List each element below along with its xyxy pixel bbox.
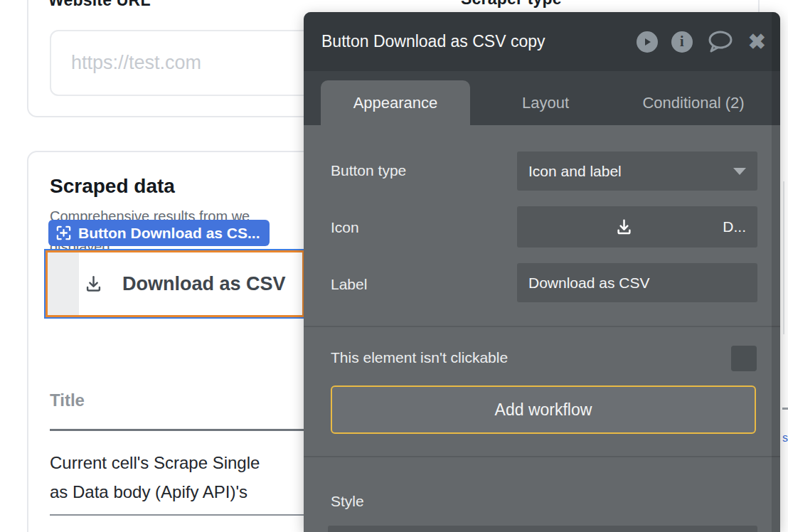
page-sliver-border [783, 181, 784, 334]
icon-picker-field[interactable]: D... [517, 206, 757, 248]
selected-element-badge[interactable]: Button Download as CS... [48, 220, 270, 246]
style-dropdown[interactable] [328, 526, 757, 532]
table-cell: Current cell's Scrape Single as Data bod… [50, 448, 260, 506]
scraped-data-title: Scraped data [50, 175, 175, 198]
section-divider [304, 326, 780, 327]
page-sliver-link-fragment: s [782, 432, 788, 443]
canvas-button-label: Download as CSV [122, 273, 286, 295]
label-input-value: Download as CSV [528, 275, 649, 292]
section-divider [304, 456, 780, 457]
table-row-divider [50, 514, 306, 516]
button-type-dropdown[interactable]: Icon and label [517, 151, 757, 191]
download-icon [614, 217, 634, 238]
clickable-checkbox[interactable] [731, 346, 757, 371]
preview-play-icon[interactable] [637, 31, 658, 53]
info-icon[interactable]: i [671, 31, 693, 53]
comment-bubble-icon[interactable] [706, 30, 735, 54]
table-column-header: Title [50, 390, 85, 410]
select-plus-icon [55, 225, 72, 241]
panel-scrollbar[interactable] [772, 12, 780, 532]
scraper-type-label: Scraper type [461, 0, 562, 9]
canvas-download-button[interactable]: Download as CSV [44, 249, 306, 319]
style-section-label: Style [331, 493, 364, 510]
chevron-down-icon [733, 168, 746, 175]
download-icon [82, 273, 105, 295]
website-url-input[interactable] [50, 30, 334, 96]
label-input[interactable]: Download as CSV [517, 263, 757, 302]
button-type-label: Button type [331, 162, 406, 179]
table-cell-line1: Current cell's Scrape Single [50, 448, 260, 477]
table-cell-line2: as Data body (Apify API)'s [50, 477, 260, 506]
table-header-divider [50, 429, 306, 431]
tab-conditional[interactable]: Conditional (2) [619, 80, 768, 125]
tab-layout[interactable]: Layout [503, 80, 588, 125]
add-workflow-button[interactable]: Add workflow [331, 385, 756, 434]
selected-element-badge-label: Button Download as CS... [78, 225, 260, 242]
button-left-strip [48, 252, 79, 315]
button-type-value: Icon and label [528, 163, 622, 180]
label-field-label: Label [331, 276, 367, 293]
close-icon[interactable]: ✖ [748, 31, 766, 53]
icon-label: Icon [331, 219, 359, 236]
panel-tabbar: Appearance Layout Conditional (2) [304, 71, 780, 125]
page-sliver-tick [782, 408, 788, 410]
property-editor-panel: Button Download as CSV copy i ✖ Appearan… [304, 12, 780, 532]
tab-appearance[interactable]: Appearance [321, 80, 470, 125]
panel-title: Button Download as CSV copy [321, 32, 545, 51]
website-url-label: Website URL [48, 0, 151, 10]
panel-header: Button Download as CSV copy i ✖ [304, 12, 780, 71]
not-clickable-note: This element isn't clickable [331, 349, 508, 366]
icon-value-truncated: D... [723, 218, 746, 235]
